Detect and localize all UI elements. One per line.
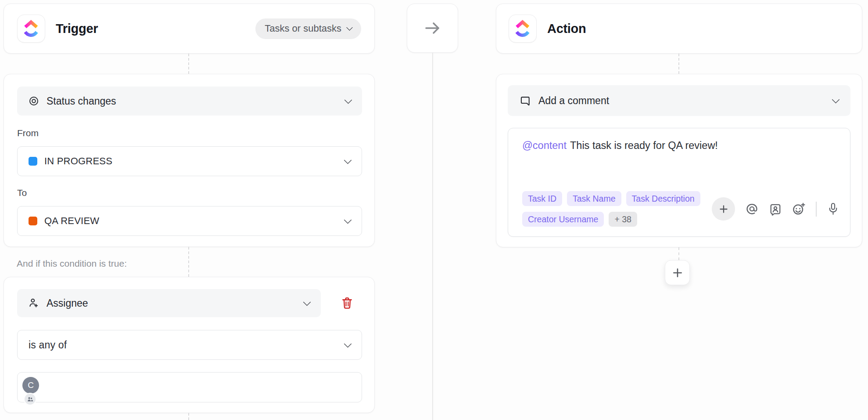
delete-condition-button[interactable] [340,296,355,311]
clickup-logo [509,14,537,43]
at-sign-icon [745,202,759,216]
chevron-down-icon [344,96,352,104]
emoji-plus-icon [792,202,806,216]
clickup-logo [17,14,45,43]
plus-icon [718,204,729,214]
action-connector-line [678,247,679,260]
clip-avatar-button[interactable] [769,203,782,216]
trigger-title: Trigger [56,22,98,36]
mention-token[interactable]: @content [522,140,567,151]
action-connector-line [678,54,679,74]
condition-intro-text: And if this condition is true: [17,258,127,269]
comment-toolbar: Task ID Task Name Task Description Creat… [522,191,839,227]
action-card: Add a comment @contentThis task is ready… [496,74,862,247]
trigger-to-action-connector [407,4,458,53]
comment-editor[interactable]: @contentThis task is ready for QA review… [508,128,850,237]
condition-field-label: Assignee [47,297,88,309]
status-color-swatch [29,217,37,225]
column-divider-line [432,53,433,420]
trigger-connector-line [188,54,189,74]
comment-bubble-icon [520,95,531,107]
to-label: To [17,188,362,198]
from-status-dropdown[interactable]: IN PROGRESS [17,146,362,176]
trigger-event-card: Status changes From IN PROGRESS To QA RE… [4,74,375,247]
add-action-button[interactable] [665,260,690,285]
action-type-label: Add a comment [538,95,609,107]
status-color-swatch [29,157,37,166]
arrow-right-icon [423,20,442,36]
automation-builder: Trigger Tasks or subtasks Status changes… [0,0,868,420]
add-variable-button[interactable] [712,197,735,221]
condition-operator-value: is any of [29,339,67,351]
to-status-value: QA REVIEW [44,215,99,227]
emoji-button[interactable] [792,202,806,216]
people-icon [27,397,33,402]
avatar[interactable]: C [22,377,39,394]
variable-chip[interactable]: Task ID [522,191,562,206]
trash-icon [341,296,354,310]
action-type-dropdown[interactable]: Add a comment [508,85,850,116]
from-status-value: IN PROGRESS [44,156,112,167]
comment-text: @contentThis task is ready for QA review… [522,140,839,152]
condition-assignee-input[interactable]: C [17,372,362,402]
condition-field-dropdown[interactable]: Assignee [17,289,321,317]
assignee-avatar-stack: C [22,377,42,402]
trigger-scope-label: Tasks or subtasks [265,23,341,34]
chevron-down-icon [303,298,311,306]
variable-chip[interactable]: Creator Username [522,212,604,227]
people-badge [24,393,36,406]
trigger-event-label: Status changes [47,95,116,107]
more-variables-chip[interactable]: + 38 [609,212,637,227]
to-status-dropdown[interactable]: QA REVIEW [17,206,362,236]
clip-avatar-icon [769,203,782,216]
toolbar-divider [816,202,817,217]
microphone-icon [827,202,839,216]
variable-chip[interactable]: Task Description [626,191,700,206]
mention-button[interactable] [745,202,759,216]
voice-clip-button[interactable] [827,202,839,216]
action-header-card: Action [496,4,862,54]
trigger-scope-dropdown[interactable]: Tasks or subtasks [255,18,361,39]
chevron-down-icon [344,156,352,164]
trigger-condition-card: Assignee is any of C [4,277,375,413]
variable-chips: Task ID Task Name Task Description Creat… [522,191,712,227]
chevron-down-icon [344,216,352,224]
variable-chip[interactable]: Task Name [567,191,621,206]
action-title: Action [547,22,586,36]
trigger-event-dropdown[interactable]: Status changes [17,87,362,116]
plus-icon [672,267,683,279]
target-icon [28,95,39,107]
trigger-connector-line [188,413,189,420]
chevron-down-icon [344,340,352,348]
chevron-down-icon [832,95,839,103]
trigger-header-card: Trigger Tasks or subtasks [4,4,375,54]
chevron-down-icon [346,24,353,31]
user-plus-icon [28,297,39,309]
condition-operator-dropdown[interactable]: is any of [17,330,362,360]
from-label: From [17,128,362,138]
trigger-connector-line [188,247,189,277]
